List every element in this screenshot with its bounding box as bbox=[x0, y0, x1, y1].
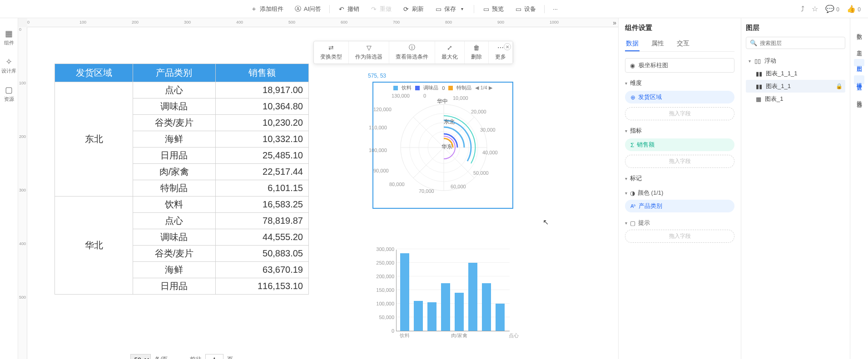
category-cell: 点心 bbox=[133, 213, 215, 229]
ruler-horizontal: » 01002003004005006007008009001000 bbox=[27, 18, 618, 27]
canvas[interactable]: 575, 53 ⇄变换类型 ▽作为筛选器 ⓘ查看筛选条件 ⤢最大化 🗑删除 ⋯更… bbox=[27, 27, 618, 359]
layer-item[interactable]: ▮▮图表_1_1🔒 bbox=[746, 80, 845, 93]
cursor-icon: ↖ bbox=[543, 218, 549, 226]
refresh-button[interactable]: ⟳刷新 bbox=[398, 3, 428, 15]
dimension-field[interactable]: ⊕发货区域 bbox=[625, 91, 734, 103]
bar[interactable] bbox=[400, 253, 409, 331]
metric-field[interactable]: Σ销售额 bbox=[625, 138, 734, 151]
color-subsection[interactable]: ▾◑颜色 (1/1) bbox=[625, 189, 734, 197]
ai-qa-button[interactable]: ⒶAI问答 bbox=[290, 3, 326, 15]
category-cell: 肉/家禽 bbox=[133, 164, 215, 180]
category-cell: 调味品 bbox=[133, 98, 215, 115]
device-button[interactable]: ▭设备 bbox=[510, 3, 541, 15]
next-page-button[interactable]: › bbox=[181, 356, 186, 359]
widget-toolbar-close[interactable]: ✕ bbox=[504, 43, 511, 50]
sidebar-design-lib[interactable]: ✧设计库 bbox=[1, 57, 16, 74]
comment-icon[interactable]: 💬 0 bbox=[825, 5, 839, 13]
bar[interactable] bbox=[427, 302, 436, 331]
tab-interaction[interactable]: 交互 bbox=[676, 37, 690, 51]
right-tab-component-settings[interactable]: 组件设置 bbox=[854, 75, 864, 84]
ruler-expand-icon[interactable]: » bbox=[613, 19, 616, 26]
amount-cell: 10,364.80 bbox=[215, 98, 308, 115]
page-size-select[interactable]: 50 bbox=[130, 354, 151, 359]
metric-section[interactable]: ▾指标 bbox=[625, 127, 734, 135]
layer-item[interactable]: ▦图表_1 bbox=[746, 93, 845, 105]
star-icon[interactable]: ☆ bbox=[812, 5, 818, 13]
right-tool-sidebar: 数据 主题 图层 组件设置 筛选器 bbox=[850, 18, 868, 359]
tab-attributes[interactable]: 属性 bbox=[650, 37, 665, 51]
legend-pager[interactable]: ◀ 1/4 ▶ bbox=[475, 85, 492, 91]
save-icon: ▭ bbox=[435, 5, 442, 13]
redo-button[interactable]: ↷重做 bbox=[366, 3, 396, 15]
table-header[interactable]: 产品类别 bbox=[133, 64, 215, 82]
per-page-label: 条/页 bbox=[154, 355, 168, 359]
sidebar-components[interactable]: ▦组件 bbox=[4, 29, 14, 46]
as-filter-button[interactable]: ▽作为筛选器 bbox=[349, 41, 389, 64]
bar[interactable] bbox=[455, 293, 464, 331]
prev-page-button[interactable]: ‹ bbox=[171, 356, 177, 359]
amount-cell: 44,555.20 bbox=[215, 229, 308, 246]
like-icon[interactable]: 👍 0 bbox=[847, 5, 861, 13]
redo-icon: ↷ bbox=[370, 5, 377, 13]
metric-drop-zone[interactable]: 拖入字段 bbox=[625, 155, 734, 168]
table-header[interactable]: 发货区域 bbox=[55, 64, 133, 82]
preview-button[interactable]: ▭预览 bbox=[478, 3, 508, 15]
sigma-icon: Σ bbox=[630, 142, 634, 148]
dots-icon: ⋯ bbox=[497, 44, 504, 51]
polar-chart-widget[interactable]: 饮料 调味品 0 特制品 ◀ 1/4 ▶ bbox=[372, 82, 513, 209]
view-filter-button[interactable]: ⓘ查看筛选条件 bbox=[389, 41, 435, 64]
right-tab-layers[interactable]: 图层 bbox=[854, 59, 864, 66]
layer-item[interactable]: ▮▮图表_1_1_1 bbox=[746, 67, 845, 80]
page-input[interactable] bbox=[205, 354, 223, 359]
chart-type-selector[interactable]: ◉ 极坐标柱图 bbox=[625, 58, 734, 73]
coord-indicator: 575, 53 bbox=[368, 73, 386, 79]
dimension-section[interactable]: ▾维度 bbox=[625, 79, 734, 87]
mark-section[interactable]: ▾标记 bbox=[625, 174, 734, 182]
undo-button[interactable]: ↶撤销 bbox=[333, 3, 364, 15]
sidebar-resources[interactable]: ▢资源 bbox=[4, 85, 14, 103]
bar-chart-widget[interactable]: 050,000100,000150,000200,000250,000300,0… bbox=[372, 250, 513, 349]
bar[interactable] bbox=[414, 301, 423, 331]
droplet-icon: ◑ bbox=[630, 190, 635, 197]
layer-search-input[interactable] bbox=[760, 40, 841, 46]
transform-type-button[interactable]: ⇄变换类型 bbox=[314, 41, 349, 64]
bar[interactable] bbox=[468, 263, 477, 331]
tab-data[interactable]: 数据 bbox=[625, 37, 640, 51]
add-component-button[interactable]: ＋添加组件 bbox=[246, 3, 288, 15]
folder-icon: ▢ bbox=[5, 85, 14, 94]
search-icon: 🔍 bbox=[750, 39, 757, 46]
amount-cell: 22,517.44 bbox=[215, 164, 308, 180]
tip-drop-zone[interactable]: 拖入字段 bbox=[625, 230, 734, 243]
polar-chart-body: 华中 东北 华东 130,000 120,000 110,000 100,000… bbox=[373, 93, 512, 202]
right-tab-theme[interactable]: 主题 bbox=[854, 43, 864, 50]
tip-subsection[interactable]: ▾▢提示 bbox=[625, 219, 734, 227]
save-button[interactable]: ▭保存▾ bbox=[430, 3, 470, 15]
category-cell: 谷类/麦片 bbox=[133, 246, 215, 262]
bar[interactable] bbox=[482, 283, 491, 331]
share-icon[interactable]: ⤴ bbox=[801, 5, 804, 13]
amount-cell: 6,101.15 bbox=[215, 180, 308, 197]
more-button[interactable]: ··· bbox=[548, 4, 562, 14]
layer-root[interactable]: ▾▯▯浮动 bbox=[746, 54, 845, 67]
goto-label: 前往 bbox=[190, 355, 202, 359]
bar[interactable] bbox=[496, 304, 505, 331]
grid-icon: ▦ bbox=[5, 29, 14, 38]
table-widget[interactable]: 发货区域产品类别销售额 东北点心18,917.00调味品10,364.80谷类/… bbox=[55, 64, 309, 295]
delete-button[interactable]: 🗑删除 bbox=[465, 41, 489, 64]
amount-cell: 16,583.25 bbox=[215, 197, 308, 213]
table-row[interactable]: 东北点心18,917.00 bbox=[55, 82, 309, 98]
right-tab-data[interactable]: 数据 bbox=[854, 26, 864, 34]
table-header[interactable]: 销售额 bbox=[215, 64, 308, 82]
layers-panel-title: 图层 bbox=[746, 24, 845, 32]
bar[interactable] bbox=[441, 283, 450, 331]
maximize-button[interactable]: ⤢最大化 bbox=[435, 41, 465, 64]
lock-icon[interactable]: 🔒 bbox=[836, 83, 843, 89]
dimension-drop-zone[interactable]: 拖入字段 bbox=[625, 107, 734, 120]
plus-icon: ＋ bbox=[250, 5, 258, 13]
device-icon: ▭ bbox=[515, 5, 522, 13]
right-tab-filter[interactable]: 筛选器 bbox=[854, 93, 864, 102]
category-cell: 调味品 bbox=[133, 229, 215, 246]
table-row[interactable]: 华北饮料16,583.25 bbox=[55, 197, 309, 213]
color-field[interactable]: Aᵇ产品类别 bbox=[625, 200, 734, 212]
layer-search[interactable]: 🔍 bbox=[746, 37, 845, 49]
